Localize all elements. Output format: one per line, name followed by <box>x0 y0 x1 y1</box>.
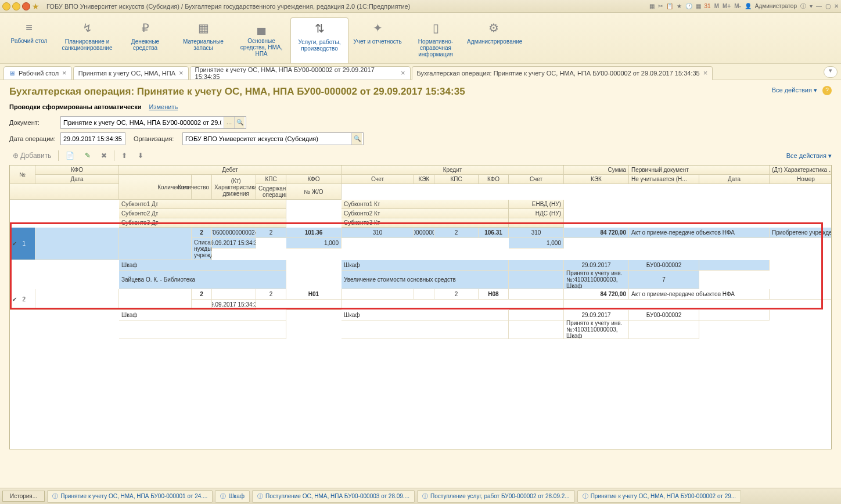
tool-icon[interactable]: 🕐 <box>685 3 692 9</box>
hdr-kfo2-k[interactable]: КФО <box>479 175 509 184</box>
menu-icon: ≡ <box>2 21 56 34</box>
down-button[interactable]: ⬇ <box>134 150 147 161</box>
minimize-icon[interactable]: — <box>816 3 822 9</box>
nav-planning[interactable]: ↯Планирование и санкционирование <box>58 17 116 63</box>
titlebar: ★ ГОБУ ВПО Университет искусств (Субсиди… <box>0 0 841 13</box>
dropdown-icon[interactable]: ▾ <box>810 3 813 9</box>
nav-services[interactable]: ⇅Услуги, работы, производство <box>290 17 348 63</box>
hdr-sub3d[interactable]: Субконто3 Дт <box>119 218 286 228</box>
m-btn[interactable]: M <box>714 3 719 9</box>
hdr-kt-char[interactable]: (Кт) Характеристика движения <box>212 175 256 200</box>
all-actions-link[interactable]: Все действия ▾ ? <box>772 86 832 95</box>
favorite-icon[interactable]: ★ <box>32 2 41 11</box>
hdr-sub2k[interactable]: Субконто2 Кт <box>342 209 509 218</box>
hdr-soderj[interactable]: Содержание операции <box>256 184 286 200</box>
hdr-qty-k[interactable]: Количество <box>192 175 212 200</box>
hdr-kek[interactable]: КЭК <box>414 175 434 184</box>
hdr-debit[interactable]: Дебет <box>119 165 342 175</box>
star-icon: ✦ <box>351 21 404 35</box>
admin-label[interactable]: Администратор <box>755 3 797 9</box>
tool-icon[interactable]: 📋 <box>666 3 673 9</box>
taskbar-item[interactable]: ⓘПоступление ОС, НМА, НПА БУ00-000003 от… <box>252 490 415 503</box>
tab-desktop[interactable]: 🖥Рабочий стол× <box>3 66 72 80</box>
close-icon[interactable]: ✕ <box>834 3 839 9</box>
m-minus-btn[interactable]: M- <box>734 3 741 9</box>
ruble-icon: ₽ <box>118 21 172 35</box>
close-icon[interactable]: × <box>179 69 184 77</box>
window-btn-3[interactable] <box>22 2 30 10</box>
delete-button[interactable]: ✖ <box>98 150 110 161</box>
check-icon: ✔ <box>12 240 19 247</box>
search-icon[interactable]: 🔍 <box>234 117 245 128</box>
table-all-actions[interactable]: Все действия ▾ <box>786 152 832 160</box>
hdr-dt-char[interactable]: (Дт) Характеристика ... <box>770 165 832 175</box>
history-button[interactable]: История... <box>2 491 45 502</box>
entries-table[interactable]: № КФО Дебет Кредит Сумма Первичный докум… <box>9 165 832 449</box>
hdr-date2[interactable]: Дата <box>699 175 770 184</box>
tool-icon[interactable]: ▦ <box>649 3 655 9</box>
hdr-account[interactable]: Счет <box>342 175 414 184</box>
hdr-prim-doc[interactable]: Первичный документ <box>629 165 770 175</box>
nav-money[interactable]: ₽Денежные средства <box>116 17 174 63</box>
hdr-kfo2[interactable]: КФО <box>286 175 342 184</box>
tool-icon[interactable]: ★ <box>677 3 682 9</box>
maximize-icon[interactable]: ▢ <box>825 3 831 9</box>
hdr-sub1k[interactable]: Субконто1 Кт <box>342 200 509 209</box>
search-icon[interactable]: 🔍 <box>351 133 362 145</box>
hdr-num[interactable]: № <box>10 165 35 184</box>
close-icon[interactable]: × <box>62 69 67 77</box>
m-plus-btn[interactable]: M+ <box>723 3 731 9</box>
nav-materials[interactable]: ▦Материальные запасы <box>174 17 232 63</box>
hdr-credit[interactable]: Кредит <box>342 165 564 175</box>
hdr-kps-k[interactable]: КПС <box>434 175 479 184</box>
tab-list[interactable]: Принятия к учету ОС, НМА, НПА× <box>73 66 189 80</box>
select-icon[interactable]: … <box>224 117 234 128</box>
edit-button[interactable]: ✎ <box>81 150 94 161</box>
org-field[interactable] <box>183 134 351 143</box>
window-btn-2[interactable] <box>12 2 20 10</box>
hdr-number[interactable]: Номер <box>770 175 832 184</box>
add-button[interactable]: Добавить <box>9 150 55 161</box>
hdr-sub1d[interactable]: Субконто1 Дт <box>119 200 286 209</box>
hdr-sum[interactable]: Сумма <box>564 165 629 175</box>
hdr-kfo[interactable]: КФО <box>35 165 119 175</box>
document-field[interactable] <box>61 118 224 127</box>
nav-reports[interactable]: ✦Учет и отчетность <box>348 17 407 63</box>
tab-doc[interactable]: Принятие к учету ОС, НМА, НПА БУ00-00000… <box>190 66 411 80</box>
hdr-nds[interactable]: НДС (НУ) <box>509 209 564 218</box>
nav-admin[interactable]: ⚙Администрирование <box>465 17 523 63</box>
hdr-kps[interactable]: КПС <box>256 175 286 184</box>
hdr-account-k[interactable]: Счет <box>509 175 564 184</box>
hdr-date[interactable]: Дата <box>35 175 119 184</box>
table-row[interactable]: ✔ 2 2 2 Н01 2 Н08 84 720,00 Акт о приеме… <box>10 289 831 339</box>
tabs-dropdown[interactable]: ▾ <box>824 66 838 78</box>
nav-desktop[interactable]: ≡Рабочий стол <box>0 17 58 63</box>
table-row[interactable]: ✔ 1 2 07060000000000244 2 101.36 310 070… <box>10 228 831 289</box>
tab-operation[interactable]: Бухгалтерская операция: Принятие к учету… <box>412 66 713 80</box>
help-icon[interactable]: ? <box>822 86 832 95</box>
taskbar-item[interactable]: ⓘПоступление услуг, работ БУ00-000002 от… <box>417 490 575 503</box>
info-icon[interactable]: ⓘ <box>800 2 806 10</box>
copy-button[interactable]: 📄 <box>62 150 78 161</box>
taskbar-item[interactable]: ⓘПринятие к учету ОС, НМА, НПА БУ00-0000… <box>47 490 213 503</box>
close-icon[interactable]: × <box>401 69 405 77</box>
taskbar-item[interactable]: ⓘШкаф <box>215 490 250 503</box>
hdr-sub2d[interactable]: Субконто2 Дт <box>119 209 286 218</box>
taskbar-item[interactable]: ⓘПринятие к учету ОС, НМА, НПА БУ00-0000… <box>577 490 741 503</box>
hdr-njo[interactable]: № Ж/О <box>286 184 342 200</box>
nav-reference[interactable]: ▯Нормативно-справочная информация <box>407 17 465 63</box>
calendar-icon[interactable]: 31 <box>705 3 711 9</box>
tool-icon[interactable]: ▦ <box>696 3 701 9</box>
hdr-neuch[interactable]: Не учитывается (Н... <box>629 175 699 184</box>
date-field[interactable] <box>61 134 125 143</box>
doc-icon: ⓘ <box>52 492 58 501</box>
change-link[interactable]: Изменить <box>149 103 178 110</box>
hdr-sub3k[interactable]: Субконто3 Кт <box>342 218 509 228</box>
up-button[interactable]: ⬆ <box>118 150 131 161</box>
tool-icon[interactable]: ✂ <box>658 3 663 9</box>
hdr-envd[interactable]: ЕНВД (НУ) <box>509 200 564 209</box>
close-icon[interactable]: × <box>703 69 708 77</box>
window-btn-1[interactable] <box>2 2 10 10</box>
hdr-kek-k[interactable]: КЭК <box>564 175 629 184</box>
nav-assets[interactable]: ▄Основные средства, НМА, НПА <box>232 17 290 63</box>
